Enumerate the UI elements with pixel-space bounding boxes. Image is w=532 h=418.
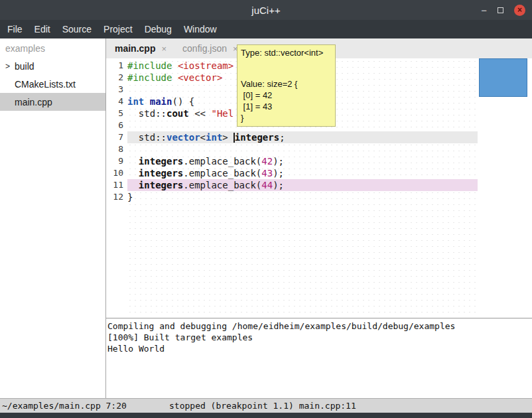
menu-item-file[interactable]: File (1, 20, 29, 38)
terminal-line: Compiling and debugging /home/eidheim/ex… (107, 320, 532, 332)
restore-icon[interactable] (498, 7, 503, 13)
line-number: 4 (106, 96, 127, 107)
file-tree-sidebar: examples >buildCMakeLists.txtmain.cpp (0, 38, 106, 398)
tooltip-type-text: Type: std::vector<int> (241, 47, 331, 58)
terminal-line: [100%] Built target examples (107, 332, 532, 343)
code-text: } (127, 191, 478, 203)
status-debug-state: stopped (breakpoint 1.1) main.cpp:11 (169, 401, 356, 411)
line-number: 8 (106, 143, 127, 155)
close-icon[interactable]: × (514, 5, 525, 16)
expander-chevron-icon[interactable]: > (5, 62, 15, 71)
tooltip-value-block: Value: size=2 { [0] = 42 [1] = 43 } (241, 78, 331, 123)
code-text (127, 143, 478, 155)
tooltip-value-line: } (241, 112, 331, 123)
window-title: juCi++ (251, 5, 280, 16)
tree-item-label: CMakeLists.txt (15, 79, 76, 90)
code-text: std::vector<int> integers; (127, 131, 478, 143)
line-number: 9 (106, 155, 127, 167)
code-line-12[interactable]: 12} (106, 191, 478, 203)
line-number: 6 (106, 119, 127, 131)
tree-item-main.cpp[interactable]: main.cpp (0, 93, 105, 111)
line-number: 7 (106, 131, 127, 143)
line-number: 2 (106, 72, 127, 84)
status-bar: ~/examples/main.cpp 7:20 stopped (breakp… (0, 398, 532, 413)
minimize-icon[interactable]: − (481, 5, 487, 15)
source-map-thumb[interactable] (479, 58, 527, 97)
code-text: integers.emplace_back(43); (127, 167, 478, 179)
code-line-7[interactable]: 7 std::vector<int> integers; (106, 131, 478, 143)
tooltip-value-line: Value: size=2 { (241, 78, 331, 90)
code-text: integers.emplace_back(42); (127, 155, 478, 167)
line-number: 1 (106, 60, 127, 72)
tab-close-icon[interactable]: × (161, 44, 166, 54)
source-map[interactable] (478, 58, 532, 318)
terminal-line: Hello World (107, 343, 532, 354)
code-line-10[interactable]: 10 integers.emplace_back(43); (106, 167, 478, 179)
tab-config.json[interactable]: config.json× (174, 38, 246, 58)
tooltip-value-line: [0] = 42 (241, 90, 331, 101)
menu-bar: FileEditSourceProjectDebugWindow (0, 20, 532, 38)
tooltip-value-line: [1] = 43 (241, 101, 331, 112)
menu-item-source[interactable]: Source (56, 20, 98, 38)
line-number: 11 (106, 179, 127, 191)
tree-item-CMakeLists.txt[interactable]: CMakeLists.txt (0, 75, 105, 93)
code-line-11[interactable]: 11 integers.emplace_back(44); (106, 179, 478, 191)
app-window: juCi++ − × FileEditSourceProjectDebugWin… (0, 0, 532, 418)
terminal-output[interactable]: Compiling and debugging /home/eidheim/ex… (106, 318, 532, 398)
code-line-8[interactable]: 8 (106, 143, 478, 155)
file-tree: >buildCMakeLists.txtmain.cpp (0, 57, 105, 111)
debug-value-tooltip: Type: std::vector<int> Value: size=2 { [… (237, 44, 336, 127)
menu-item-project[interactable]: Project (98, 20, 139, 38)
code-text: integers.emplace_back(44); (127, 179, 478, 191)
menu-item-window[interactable]: Window (178, 20, 223, 38)
status-file-position: ~/examples/main.cpp 7:20 (2, 401, 127, 411)
tree-item-label: main.cpp (15, 97, 52, 107)
tab-label: main.cpp (115, 43, 155, 54)
line-number: 5 (106, 107, 127, 119)
menu-item-edit[interactable]: Edit (29, 20, 56, 38)
bottom-strip (0, 413, 532, 418)
tree-item-build[interactable]: >build (0, 57, 105, 75)
line-number: 10 (106, 167, 127, 179)
line-number: 3 (106, 84, 127, 96)
code-line-9[interactable]: 9 integers.emplace_back(42); (106, 155, 478, 167)
tab-label: config.json (182, 43, 227, 54)
titlebar[interactable]: juCi++ − × (0, 0, 532, 20)
tree-item-label: build (15, 61, 34, 72)
window-controls: − × (481, 0, 525, 20)
tab-main.cpp[interactable]: main.cpp× (107, 38, 174, 58)
project-name: examples (0, 38, 105, 57)
menu-item-debug[interactable]: Debug (139, 20, 178, 38)
line-number: 12 (106, 191, 127, 203)
